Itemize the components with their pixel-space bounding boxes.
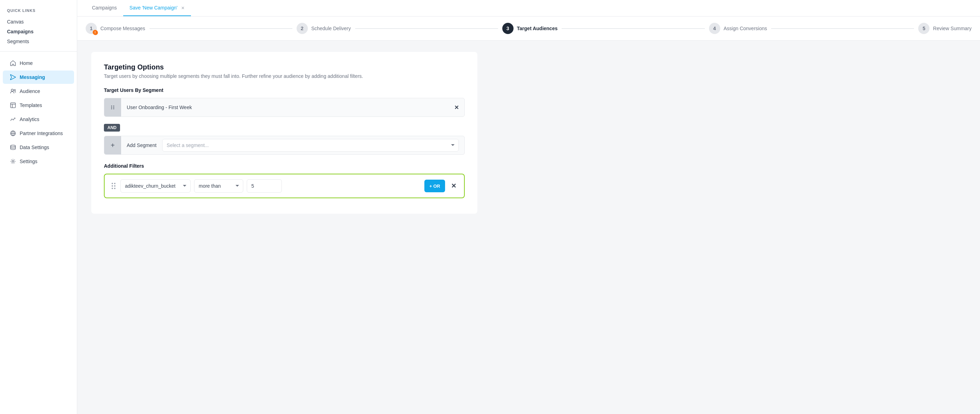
drag-dot [111,188,113,189]
svg-point-8 [11,145,16,147]
sidebar-item-messaging-label: Messaging [20,75,45,80]
sidebar-item-messaging[interactable]: Messaging [3,70,74,84]
step-3-label: Target Audiences [517,25,558,31]
drag-dot [114,183,116,184]
targeting-options-card: Targeting Options Target users by choosi… [91,52,477,214]
svg-marker-0 [10,75,16,80]
step-3[interactable]: 3 Target Audiences [502,23,558,34]
sidebar-item-data-settings-label: Data Settings [20,144,49,150]
steps-bar: 1 ! Compose Messages 2 Schedule Delivery… [77,16,980,41]
drag-dot [114,188,116,189]
svg-point-11 [113,106,115,107]
step-2-label: Schedule Delivery [311,25,351,31]
quick-links-heading: QUICK LINKS [0,8,77,17]
step-5[interactable]: 5 Review Summary [918,23,972,34]
sidebar-link-segments[interactable]: Segments [0,36,77,46]
filter-operator-select[interactable]: more than [194,179,243,193]
filter-row: adikteev_churn_bucket more than + OR ✕ [104,174,465,198]
step-1-circle: 1 ! [86,23,97,34]
filter-drag-handle[interactable] [110,181,117,190]
drag-dot [111,185,113,187]
step-1[interactable]: 1 ! Compose Messages [86,23,145,34]
sidebar-item-home-label: Home [20,60,33,66]
segment-remove-button[interactable]: ✕ [449,99,465,116]
step-separator-3 [562,29,705,29]
tab-close-icon[interactable]: ✕ [181,6,185,11]
audience-icon [10,88,16,94]
add-segment-plus-button[interactable]: + [104,136,121,154]
sidebar-divider [0,51,77,52]
sidebar-item-audience[interactable]: Audience [3,84,74,98]
drag-dot [111,183,113,184]
sidebar-item-analytics[interactable]: Analytics [3,113,74,126]
filter-remove-button[interactable]: ✕ [449,181,458,191]
tab-new-campaign[interactable]: Save 'New Campaign' ✕ [123,0,191,16]
filter-or-button[interactable]: + OR [424,180,445,192]
tabs-bar: Campaigns Save 'New Campaign' ✕ [77,0,980,16]
additional-filters-label: Additional Filters [104,163,465,169]
section-subtitle: Target users by choosing multiple segmen… [104,73,465,79]
main-area: Campaigns Save 'New Campaign' ✕ 1 ! Comp… [77,0,980,414]
filter-value-input[interactable] [247,179,282,193]
sidebar-link-canvas[interactable]: Canvas [0,17,77,27]
sidebar-item-templates-label: Templates [20,102,42,108]
segment-select[interactable]: Select a segment... [162,139,459,152]
drag-dot [114,185,116,187]
messaging-icon [10,74,16,80]
step-2[interactable]: 2 Schedule Delivery [297,23,351,34]
filter-field-select[interactable]: adikteev_churn_bucket [120,179,191,193]
sidebar-item-analytics-label: Analytics [20,116,39,122]
sidebar-item-settings-label: Settings [20,159,38,164]
home-icon [10,60,16,66]
svg-rect-3 [11,103,16,108]
svg-point-13 [113,107,115,108]
integrations-icon [10,130,16,136]
svg-point-2 [14,89,16,91]
segment-row: User Onboarding - First Week ✕ [104,98,465,117]
sidebar-item-templates[interactable]: Templates [3,98,74,112]
step-5-circle: 5 [918,23,929,34]
svg-point-15 [113,108,115,109]
segment-name: User Onboarding - First Week [121,100,449,115]
svg-point-9 [12,161,14,162]
svg-point-1 [11,89,13,91]
templates-icon [10,102,16,108]
content-area: Targeting Options Target users by choosi… [77,41,980,414]
sidebar-item-partner-integrations[interactable]: Partner Integrations [3,127,74,140]
step-2-circle: 2 [297,23,308,34]
step-1-label: Compose Messages [100,25,145,31]
sidebar-item-audience-label: Audience [20,89,40,94]
step-3-circle: 3 [502,23,514,34]
section-title: Targeting Options [104,63,465,71]
step-separator-2 [355,29,498,29]
sidebar-link-campaigns[interactable]: Campaigns [0,27,77,36]
segment-drag-handle[interactable] [104,98,121,116]
step-4-label: Assign Conversions [724,25,767,31]
sidebar-item-home[interactable]: Home [3,57,74,70]
and-badge: AND [104,124,120,132]
target-by-segment-label: Target Users By Segment [104,87,465,93]
sidebar-item-partner-integrations-label: Partner Integrations [20,130,63,136]
settings-icon [10,158,16,165]
svg-point-10 [111,106,112,107]
data-settings-icon [10,144,16,151]
add-segment-row: + Add Segment Select a segment... [104,136,465,155]
svg-point-14 [111,108,112,109]
step-separator-4 [771,29,914,29]
step-4[interactable]: 4 Assign Conversions [709,23,767,34]
sidebar-item-settings[interactable]: Settings [3,155,74,168]
step-4-circle: 4 [709,23,720,34]
step-5-label: Review Summary [933,25,972,31]
analytics-icon [10,116,16,122]
step-separator-1 [150,29,293,29]
sidebar-item-data-settings[interactable]: Data Settings [3,141,74,154]
tab-campaigns[interactable]: Campaigns [86,0,123,16]
sidebar: QUICK LINKS Canvas Campaigns Segments Ho… [0,0,77,414]
svg-point-12 [111,107,112,108]
add-segment-label: Add Segment [121,138,162,153]
